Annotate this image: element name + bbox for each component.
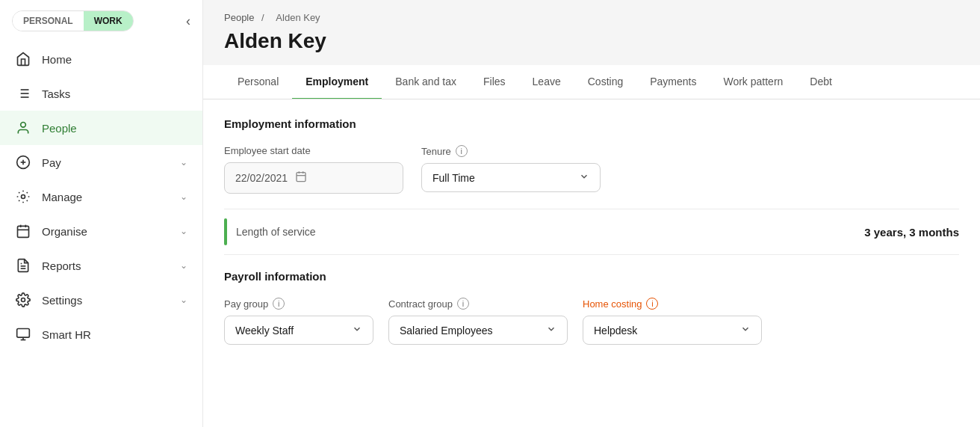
breadcrumb-parent[interactable]: People [224, 12, 254, 23]
sidebar-item-reports[interactable]: Reports ⌄ [0, 248, 202, 283]
employment-content: Employment information Employee start da… [203, 99, 980, 427]
home-costing-label: Home costing i [583, 298, 762, 310]
reports-chevron-icon: ⌄ [180, 260, 187, 271]
sidebar-item-manage-label: Manage [42, 191, 170, 203]
tab-personal[interactable]: Personal [224, 65, 292, 99]
tab-employment[interactable]: Employment [292, 65, 382, 99]
employment-section-title: Employment information [224, 117, 959, 130]
pay-group-value: Weekly Staff [235, 325, 294, 337]
tenure-info-icon[interactable]: i [456, 145, 468, 157]
start-date-label: Employee start date [224, 145, 403, 156]
sidebar-nav: Home Tasks People Pay ⌄ [0, 42, 202, 351]
main-content: People / Alden Key Alden Key Personal Em… [203, 0, 980, 427]
sidebar-item-settings-label: Settings [42, 294, 170, 307]
pay-icon [15, 154, 31, 171]
organise-icon [15, 223, 31, 239]
calendar-icon [295, 171, 307, 185]
home-costing-value: Helpdesk [594, 325, 637, 337]
sidebar-item-reports-label: Reports [42, 259, 170, 272]
sidebar-item-smart-hr-label: Smart HR [42, 328, 187, 341]
home-icon [15, 51, 31, 67]
reports-icon [15, 257, 31, 274]
sidebar-item-manage[interactable]: Manage ⌄ [0, 179, 202, 214]
pay-group-select[interactable]: Weekly Staff [224, 316, 373, 345]
sidebar-item-organise[interactable]: Organise ⌄ [0, 214, 202, 248]
sidebar-item-home-label: Home [42, 53, 187, 66]
contract-group-label: Contract group i [388, 298, 568, 310]
tenure-value: Full Time [432, 172, 475, 184]
service-bar-indicator [224, 218, 227, 245]
home-costing-info-icon[interactable]: i [646, 298, 658, 310]
employment-form-row: Employee start date 22/02/2021 Tenure i … [224, 145, 959, 194]
settings-chevron-icon: ⌄ [180, 295, 187, 305]
tab-work-pattern[interactable]: Work pattern [710, 65, 796, 99]
service-value: 3 years, 3 months [864, 226, 959, 239]
tenure-label: Tenure i [421, 145, 601, 157]
sidebar: PERSONAL WORK ‹ Home Tasks People [0, 0, 203, 427]
settings-icon [15, 292, 31, 308]
length-of-service-row: Length of service 3 years, 3 months [224, 209, 959, 255]
people-icon [15, 120, 31, 136]
contract-group-group: Contract group i Salaried Employees [388, 298, 568, 345]
toggle-personal[interactable]: PERSONAL [13, 11, 84, 31]
service-label: Length of service [236, 226, 855, 238]
manage-icon [15, 188, 31, 205]
pay-group-label: Pay group i [224, 298, 373, 310]
breadcrumb-current: Alden Key [276, 12, 320, 23]
svg-rect-11 [18, 226, 29, 237]
smart-hr-icon [15, 326, 31, 342]
sidebar-item-people-label: People [42, 122, 187, 135]
sidebar-item-smart-hr[interactable]: Smart HR [0, 317, 202, 351]
home-costing-chevron-icon [740, 324, 751, 337]
tabs-bar: Personal Employment Bank and tax Files L… [203, 65, 980, 99]
sidebar-item-people[interactable]: People [0, 111, 202, 145]
contract-group-value: Salaried Employees [400, 325, 493, 337]
tab-files[interactable]: Files [470, 65, 519, 99]
sidebar-item-home[interactable]: Home [0, 42, 202, 76]
start-date-value: 22/02/2021 [235, 172, 288, 184]
start-date-group: Employee start date 22/02/2021 [224, 145, 403, 194]
breadcrumb: People / Alden Key [203, 0, 980, 26]
tenure-group: Tenure i Full Time [421, 145, 601, 192]
contract-group-chevron-icon [546, 324, 556, 337]
sidebar-item-settings[interactable]: Settings ⌄ [0, 283, 202, 317]
svg-point-17 [22, 298, 25, 302]
svg-point-6 [21, 123, 26, 128]
sidebar-toggle-area: PERSONAL WORK ‹ [0, 0, 202, 42]
collapse-sidebar-button[interactable]: ‹ [186, 13, 190, 29]
svg-rect-18 [17, 329, 30, 338]
tab-costing[interactable]: Costing [574, 65, 636, 99]
sidebar-item-tasks[interactable]: Tasks [0, 76, 202, 111]
svg-point-10 [22, 195, 25, 199]
sidebar-item-tasks-label: Tasks [42, 87, 187, 100]
toggle-work[interactable]: WORK [84, 11, 133, 31]
home-costing-select[interactable]: Helpdesk [583, 316, 762, 345]
tab-payments[interactable]: Payments [636, 65, 710, 99]
contract-group-select[interactable]: Salaried Employees [388, 316, 568, 345]
tab-debt[interactable]: Debt [796, 65, 846, 99]
sidebar-item-pay-label: Pay [42, 156, 170, 169]
pay-group-chevron-icon [352, 324, 362, 337]
contract-group-info-icon[interactable]: i [457, 298, 469, 310]
organise-chevron-icon: ⌄ [180, 226, 187, 236]
sidebar-item-pay[interactable]: Pay ⌄ [0, 145, 202, 179]
tenure-chevron-icon [579, 171, 589, 184]
breadcrumb-separator: / [261, 12, 264, 23]
tenure-select[interactable]: Full Time [421, 163, 601, 192]
home-costing-group: Home costing i Helpdesk [583, 298, 762, 345]
pay-chevron-icon: ⌄ [180, 157, 187, 168]
sidebar-item-organise-label: Organise [42, 225, 170, 238]
svg-rect-21 [297, 173, 306, 182]
page-title: Alden Key [203, 26, 980, 65]
personal-work-toggle[interactable]: PERSONAL WORK [12, 10, 134, 31]
pay-group-info-icon[interactable]: i [273, 298, 285, 310]
payroll-section-title: Payroll information [224, 270, 959, 283]
pay-group-group: Pay group i Weekly Staff [224, 298, 373, 345]
start-date-input[interactable]: 22/02/2021 [224, 162, 403, 194]
tasks-icon [15, 85, 31, 102]
tab-leave[interactable]: Leave [519, 65, 574, 99]
tab-bank-and-tax[interactable]: Bank and tax [382, 65, 470, 99]
manage-chevron-icon: ⌄ [180, 191, 187, 202]
payroll-form-row: Pay group i Weekly Staff Contract group [224, 298, 959, 345]
